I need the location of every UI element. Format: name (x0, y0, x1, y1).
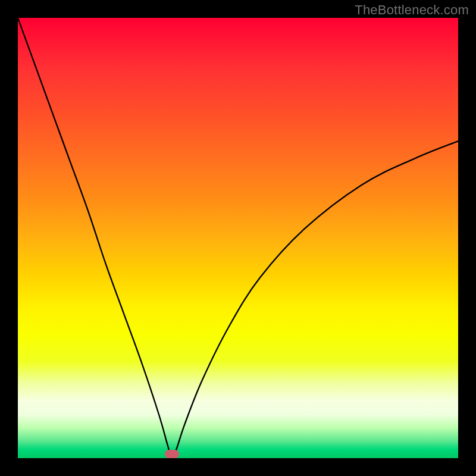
plot-area (18, 18, 458, 458)
chart-frame: TheBottleneck.com (0, 0, 476, 476)
bottleneck-curve (18, 18, 458, 458)
curve-path (18, 18, 458, 458)
minimum-marker (165, 450, 179, 458)
attribution-watermark: TheBottleneck.com (355, 2, 469, 18)
